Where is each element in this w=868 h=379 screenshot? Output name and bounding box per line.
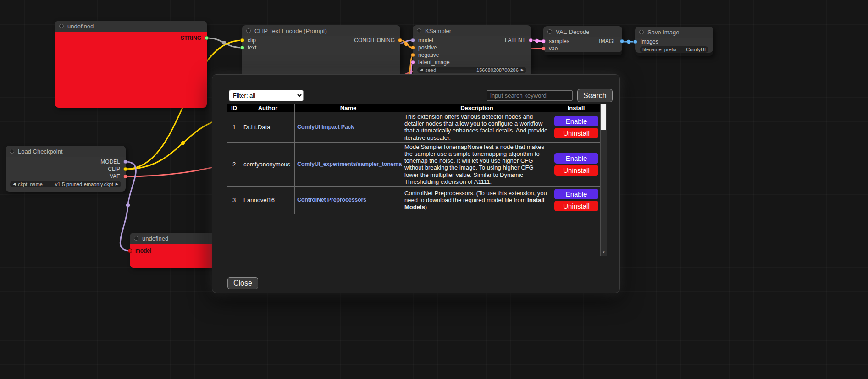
link-midpoint-dot xyxy=(404,42,408,46)
column-header-description: Description xyxy=(402,104,552,112)
decrement-arrow-icon[interactable]: ◀ xyxy=(13,182,16,186)
node-title-bar[interactable]: VAE Decode xyxy=(543,26,622,37)
uninstall-button[interactable]: Uninstall xyxy=(554,128,598,138)
collapse-dot-icon[interactable] xyxy=(59,24,64,28)
output-slot-latent[interactable] xyxy=(529,38,533,43)
output-slot-clip[interactable] xyxy=(123,167,127,171)
node-title: undefined xyxy=(142,235,168,242)
search-button[interactable]: Search xyxy=(577,89,613,102)
extension-link[interactable]: ComfyUI_experiments/sampler_tonemap xyxy=(297,161,402,167)
row-description: ModelSamplerTonemapNoiseTest a node that… xyxy=(402,142,552,186)
input-label-latent-image: latent_image xyxy=(418,59,450,66)
input-label-vae: vae xyxy=(549,45,558,52)
link-midpoint-dot xyxy=(222,41,226,44)
enable-button[interactable]: Enable xyxy=(554,153,598,164)
collapse-dot-icon[interactable] xyxy=(639,30,644,34)
input-slot-model[interactable] xyxy=(411,38,415,43)
error-node-body: STRING xyxy=(55,32,207,108)
search-input[interactable] xyxy=(487,90,573,101)
input-slot-text[interactable] xyxy=(240,46,244,50)
column-header-author: Author xyxy=(241,104,295,112)
output-label-image: IMAGE xyxy=(599,38,617,44)
input-slot-latent-image[interactable] xyxy=(411,60,415,65)
output-label-model: MODEL xyxy=(100,159,120,165)
extension-link[interactable]: ComfyUI Impact Pack xyxy=(297,124,354,130)
output-slot-vae[interactable] xyxy=(123,175,127,179)
node-title: undefined xyxy=(67,23,94,30)
uninstall-button[interactable]: Uninstall xyxy=(554,165,598,176)
row-description: This extension offers various detector n… xyxy=(402,112,552,143)
input-label-images: images xyxy=(641,38,658,45)
node-title: Save Image xyxy=(647,29,679,36)
input-slot-negative[interactable] xyxy=(411,53,415,57)
node-title: VAE Decode xyxy=(556,28,589,35)
output-slot-string[interactable] xyxy=(205,36,209,40)
collapse-dot-icon[interactable] xyxy=(134,236,138,241)
close-button[interactable]: Close xyxy=(227,277,258,289)
link-midpoint-dot xyxy=(181,141,185,145)
input-label-negative: negative xyxy=(418,52,439,58)
seed-widget[interactable]: ◀ seed 156680208700286 ▶ xyxy=(417,67,526,73)
node-undefined-top[interactable]: undefined STRING xyxy=(55,21,207,108)
table-row: 1 Dr.Lt.Data ComfyUI Impact Pack This ex… xyxy=(227,112,601,143)
node-title-bar[interactable]: Load Checkpoint xyxy=(6,146,126,157)
input-slot-model[interactable] xyxy=(128,249,132,253)
table-header-row: ID Author Name Description Install xyxy=(227,104,601,112)
custom-nodes-table: ID Author Name Description Install 1 Dr.… xyxy=(227,104,601,214)
node-ksampler[interactable]: KSampler model LATENT positive negative … xyxy=(413,25,531,77)
node-save-image[interactable]: Save Image images filename_prefix ComfyU… xyxy=(635,27,713,56)
node-load-checkpoint[interactable]: Load Checkpoint MODEL CLIP VAE ◀ ckpt_na… xyxy=(6,146,126,192)
output-slot-conditioning[interactable] xyxy=(398,38,402,43)
seed-widget-label: seed xyxy=(425,67,436,73)
node-vae-decode[interactable]: VAE Decode samples IMAGE vae xyxy=(543,26,622,55)
decrement-arrow-icon[interactable]: ◀ xyxy=(420,68,423,72)
filter-select[interactable]: Filter: all xyxy=(229,90,304,101)
row-description: ControlNet Preprocessors. (To use this e… xyxy=(402,187,552,214)
increment-arrow-icon[interactable]: ▶ xyxy=(116,182,118,186)
extension-link[interactable]: ControlNet Preprocessors xyxy=(297,197,366,203)
node-title: CLIP Text Encode (Prompt) xyxy=(254,27,327,34)
scroll-down-arrow-icon[interactable]: ▼ xyxy=(601,249,607,255)
collapse-dot-icon[interactable] xyxy=(547,29,552,34)
column-header-install: Install xyxy=(552,104,601,112)
seed-widget-value: 156680208700286 xyxy=(476,67,519,73)
ckpt-name-widget[interactable]: ◀ ckpt_name v1-5-pruned-emaonly.ckpt ▶ xyxy=(10,181,121,187)
input-slot-positive[interactable] xyxy=(411,46,415,50)
ckpt-name-label: ckpt_name xyxy=(18,181,43,187)
node-title-bar[interactable]: KSampler xyxy=(413,25,531,36)
node-title: KSampler xyxy=(425,27,451,34)
input-slot-samples[interactable] xyxy=(542,39,546,44)
input-slot-vae[interactable] xyxy=(542,47,546,51)
row-id: 2 xyxy=(227,142,241,186)
output-label-latent: LATENT xyxy=(505,37,525,44)
table-scrollbar[interactable]: ▼ xyxy=(600,104,607,256)
ckpt-name-value: v1-5-pruned-emaonly.ckpt xyxy=(55,181,113,187)
input-label-clip: clip xyxy=(248,37,256,44)
collapse-dot-icon[interactable] xyxy=(246,28,251,33)
node-title-bar[interactable]: undefined xyxy=(55,21,207,32)
output-label-string: STRING xyxy=(181,35,201,41)
collapse-dot-icon[interactable] xyxy=(417,28,421,33)
output-slot-image[interactable] xyxy=(620,39,624,44)
output-slot-model[interactable] xyxy=(123,160,127,164)
input-slot-clip[interactable] xyxy=(240,38,244,43)
scrollbar-thumb[interactable] xyxy=(601,104,606,130)
custom-nodes-manager-dialog: Filter: all Search ID Author Name Descri… xyxy=(212,74,620,293)
node-title-bar[interactable]: Save Image xyxy=(635,27,713,38)
filename-prefix-label: filename_prefix xyxy=(642,47,677,52)
node-title-bar[interactable]: CLIP Text Encode (Prompt) xyxy=(242,25,400,36)
collapse-dot-icon[interactable] xyxy=(10,149,14,154)
table-row: 3 Fannovel16 ControlNet Preprocessors Co… xyxy=(227,187,601,214)
filename-prefix-widget[interactable]: filename_prefix ComfyUI xyxy=(640,46,708,53)
row-author: Dr.Lt.Data xyxy=(241,112,295,143)
output-label-clip: CLIP xyxy=(108,166,120,172)
input-slot-images[interactable] xyxy=(633,40,637,44)
input-label-model: model xyxy=(418,37,433,44)
enable-button[interactable]: Enable xyxy=(554,116,598,126)
link-midpoint-dot xyxy=(627,40,630,44)
enable-button[interactable]: Enable xyxy=(554,189,598,199)
uninstall-button[interactable]: Uninstall xyxy=(554,201,598,211)
increment-arrow-icon[interactable]: ▶ xyxy=(521,68,524,72)
column-header-name: Name xyxy=(295,104,402,112)
table-row: 2 comfyanonymous ComfyUI_experiments/sam… xyxy=(227,142,601,186)
